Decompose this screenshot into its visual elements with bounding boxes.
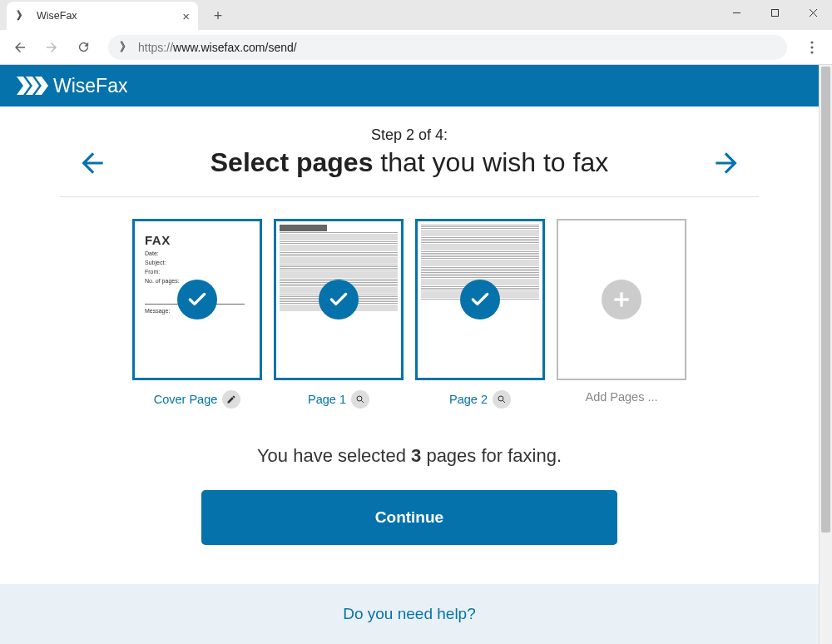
thumb-page2-label-row: Page 2 (415, 390, 545, 409)
title-bold: Select pages (210, 147, 374, 177)
edit-cover-button[interactable] (222, 390, 240, 409)
thumb-add-col: Add Pages ... (557, 219, 686, 409)
browser-menu-button[interactable] (799, 34, 825, 61)
thumb-page2[interactable] (415, 219, 545, 380)
app-header: WiseFax (0, 65, 832, 107)
svg-line-13 (503, 401, 505, 404)
thumb-page2-label[interactable]: Page 2 (449, 393, 488, 406)
scrollbar[interactable] (819, 65, 832, 644)
summary-pre: You have selected (257, 445, 411, 466)
scrollbar-thumb[interactable] (821, 67, 830, 533)
page-viewport: WiseFax Step 2 of 4: Select pages that y… (0, 65, 832, 644)
title-rest: that you wish to fax (373, 147, 608, 177)
logo-chevrons-icon (17, 77, 48, 95)
continue-button[interactable]: Continue (201, 490, 617, 545)
svg-point-6 (810, 51, 813, 53)
nav-forward-button[interactable] (38, 34, 65, 61)
svg-point-12 (498, 396, 503, 401)
add-plus-icon (602, 280, 641, 320)
step-indicator: Step 2 of 4: (0, 126, 819, 144)
cover-heading: FAX (145, 233, 250, 247)
browser-chrome: 》 WiseFax × + 》 https://www.wisefax.com/… (0, 0, 832, 65)
svg-rect-1 (771, 9, 778, 16)
brand-logo[interactable]: WiseFax (17, 75, 127, 97)
tab-favicon-icon: 》 (17, 9, 30, 23)
brand-name: WiseFax (53, 75, 127, 97)
thumb-page1-label[interactable]: Page 1 (308, 393, 346, 406)
thumb-cover-col: FAX Date: Subject: From: No. of pages: M… (132, 219, 262, 409)
tab-close-icon[interactable]: × (182, 9, 190, 23)
window-maximize[interactable] (755, 0, 794, 25)
selection-summary: You have selected 3 pages for faxing. (0, 445, 819, 467)
help-prompt: Do you need help? (343, 605, 476, 623)
nav-reload-button[interactable] (70, 34, 97, 61)
window-minimize[interactable] (717, 0, 755, 25)
svg-point-10 (357, 396, 362, 401)
address-favicon-icon: 》 (120, 40, 130, 55)
address-bar[interactable]: 》 https://www.wisefax.com/send/ (108, 35, 787, 60)
help-bar[interactable]: Do you need help? (0, 584, 819, 644)
new-tab-button[interactable]: + (206, 4, 230, 27)
page-title: Select pages that you wish to fax (210, 147, 608, 178)
selected-check-icon (460, 280, 500, 320)
window-controls (717, 0, 832, 25)
selected-check-icon (319, 280, 359, 320)
tab-strip: 》 WiseFax × + (0, 0, 832, 30)
zoom-page2-button[interactable] (493, 390, 511, 409)
thumb-cover-label-row: Cover Page (132, 390, 262, 409)
svg-point-5 (810, 46, 813, 48)
thumb-page1-label-row: Page 1 (274, 390, 404, 409)
summary-post: pages for faxing. (421, 445, 562, 466)
selected-check-icon (177, 280, 217, 320)
svg-point-4 (810, 41, 813, 43)
nav-back-button[interactable] (7, 34, 33, 61)
thumb-cover-label[interactable]: Cover Page (154, 393, 218, 406)
tab-title: WiseFax (37, 10, 77, 22)
zoom-page1-button[interactable] (351, 390, 369, 409)
prev-step-button[interactable] (74, 145, 111, 181)
url-protocol: https:// (138, 41, 173, 54)
summary-count: 3 (411, 445, 421, 466)
page-thumbnails: FAX Date: Subject: From: No. of pages: M… (0, 197, 819, 417)
thumb-page1-col: Page 1 (274, 219, 404, 409)
main-content: Step 2 of 4: Select pages that you wish … (0, 107, 819, 545)
url-host-path: www.wisefax.com/send/ (173, 41, 297, 54)
thumb-add-label-row: Add Pages ... (557, 390, 686, 404)
title-row: Select pages that you wish to fax (56, 147, 763, 178)
toolbar: 》 https://www.wisefax.com/send/ (0, 30, 832, 65)
window-close[interactable] (794, 0, 832, 25)
svg-line-11 (361, 401, 364, 404)
thumb-add-label[interactable]: Add Pages ... (585, 390, 657, 404)
thumb-page2-col: Page 2 (415, 219, 545, 409)
next-step-button[interactable] (708, 145, 745, 181)
thumb-cover[interactable]: FAX Date: Subject: From: No. of pages: M… (132, 219, 262, 380)
thumb-page1[interactable] (274, 219, 404, 380)
thumb-add-pages[interactable] (557, 219, 686, 380)
browser-tab[interactable]: 》 WiseFax × (7, 2, 198, 30)
